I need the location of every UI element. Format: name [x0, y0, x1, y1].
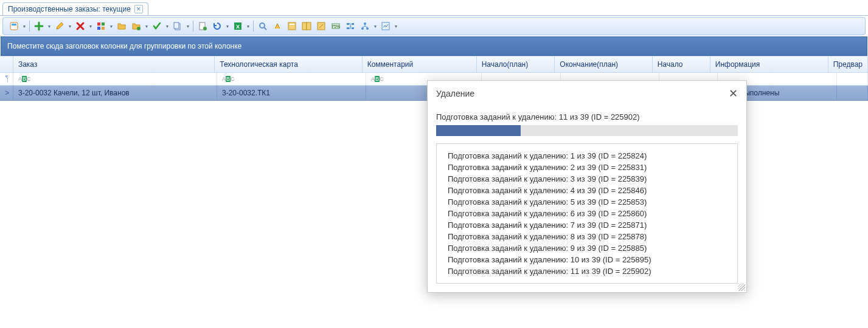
percent-button[interactable]: 75% — [329, 19, 342, 33]
cell-order: 3-20-0032 Качели, 12 шт, Иванов — [13, 86, 217, 100]
log-line: Подготовка заданий к удалению: 10 из 39 … — [448, 254, 726, 265]
delete-dialog: Удаление ✕ Подготовка заданий к удалению… — [427, 80, 747, 293]
log-line: Подготовка заданий к удалению: 3 из 39 (… — [448, 173, 726, 185]
svg-rect-14 — [288, 22, 296, 30]
filter-order[interactable]: ABC — [13, 73, 217, 85]
svg-rect-2 — [97, 22, 100, 26]
column-start[interactable]: Начало — [653, 56, 710, 72]
svg-text:X: X — [236, 24, 240, 30]
svg-rect-24 — [352, 27, 354, 29]
modules-button[interactable] — [94, 19, 108, 33]
refresh-button[interactable] — [210, 19, 224, 33]
log-line: Подготовка заданий к удалению: 2 из 39 (… — [448, 162, 726, 173]
svg-point-13 — [260, 23, 265, 28]
abc-filter-icon: ABC — [371, 76, 384, 82]
tree-button[interactable] — [344, 19, 357, 33]
row-selector-header[interactable] — [0, 56, 13, 72]
log-line: Подготовка заданий к удалению: 6 из 39 (… — [448, 208, 726, 219]
chart-button[interactable] — [379, 19, 392, 33]
add-dropdown[interactable]: ▾ — [46, 24, 52, 29]
cell-tech: 3-20-0032.ТК1 — [217, 86, 366, 100]
group-by-bar[interactable]: Поместите сюда заголовок колонки для гру… — [1, 36, 867, 56]
tab-active[interactable]: Производственные заказы: текущие × — [2, 2, 148, 15]
form2-button[interactable] — [300, 19, 313, 33]
hierarchy-button[interactable] — [358, 19, 372, 33]
svg-rect-22 — [347, 27, 349, 29]
column-prev[interactable]: Предвар — [828, 56, 868, 72]
chart-dropdown[interactable]: ▾ — [393, 24, 399, 29]
svg-rect-17 — [307, 22, 311, 30]
svg-text:75%: 75% — [332, 24, 340, 29]
copy-dropdown[interactable]: ▾ — [185, 24, 191, 29]
svg-point-27 — [366, 27, 369, 30]
copy-button[interactable] — [171, 19, 184, 33]
log-line: Подготовка заданий к удалению: 5 из 39 (… — [448, 196, 726, 208]
column-start-plan[interactable]: Начало(план) — [477, 56, 555, 72]
cell-prev — [837, 86, 868, 100]
delete-dropdown[interactable]: ▾ — [88, 24, 94, 29]
column-comment[interactable]: Комментарий — [363, 56, 477, 72]
form3-button[interactable] — [314, 19, 328, 33]
filter-tech[interactable]: ABC — [217, 73, 366, 85]
grid-header: Заказ Технологическая карта Комментарий … — [0, 56, 868, 73]
column-tech[interactable]: Технологическая карта — [215, 56, 362, 72]
column-order[interactable]: Заказ — [13, 56, 215, 72]
svg-point-6 — [137, 27, 141, 30]
log-line: Подготовка заданий к удалению: 7 из 39 (… — [448, 219, 726, 231]
folder-open-button[interactable] — [115, 19, 128, 33]
svg-rect-8 — [174, 22, 179, 29]
hierarchy-dropdown[interactable]: ▾ — [372, 24, 378, 29]
dialog-title: Удаление — [436, 89, 474, 98]
search-button[interactable] — [256, 19, 269, 33]
log-line: Подготовка заданий к удалению: 11 из 39 … — [448, 265, 726, 277]
progress-fill — [436, 125, 521, 136]
log-line: Подготовка заданий к удалению: 8 из 39 (… — [448, 231, 726, 242]
dialog-close-button[interactable]: ✕ — [729, 87, 738, 100]
edit-dropdown[interactable]: ▾ — [67, 24, 73, 29]
svg-rect-0 — [10, 22, 18, 30]
form1-button[interactable] — [285, 19, 299, 33]
svg-rect-16 — [302, 22, 307, 30]
svg-rect-5 — [102, 27, 105, 30]
folder-new-button[interactable] — [130, 19, 143, 33]
filter-prev[interactable] — [837, 73, 868, 85]
modules-dropdown[interactable]: ▾ — [108, 24, 114, 29]
funnel-icon — [5, 75, 8, 83]
refresh-dropdown[interactable]: ▾ — [224, 24, 231, 29]
progress-bar — [436, 125, 738, 136]
folder-dropdown[interactable]: ▾ — [144, 24, 150, 29]
column-end-plan[interactable]: Окончание(план) — [555, 56, 652, 72]
svg-rect-1 — [12, 24, 16, 26]
excel-button[interactable]: X — [231, 19, 245, 33]
tab-bar: Производственные заказы: текущие × — [0, 0, 868, 16]
document-new-button[interactable] — [196, 19, 209, 33]
svg-point-10 — [203, 27, 207, 30]
add-button[interactable] — [32, 19, 46, 33]
column-info[interactable]: Информация — [710, 56, 828, 72]
highlight-button[interactable] — [271, 19, 284, 33]
progress-text: Подготовка заданий к удалению: 11 из 39 … — [436, 112, 738, 121]
abc-filter-icon: ABC — [18, 76, 31, 82]
excel-dropdown[interactable]: ▾ — [245, 24, 251, 29]
log-line: Подготовка заданий к удалению: 1 из 39 (… — [448, 150, 726, 162]
edit-button[interactable] — [53, 19, 66, 33]
svg-rect-23 — [352, 23, 354, 25]
dialog-header: Удаление ✕ — [428, 81, 746, 106]
svg-point-26 — [361, 27, 364, 30]
filter-indicator[interactable] — [0, 73, 13, 85]
delete-button[interactable] — [74, 19, 87, 33]
svg-rect-4 — [97, 27, 100, 30]
log-box: Подготовка заданий к удалению: 1 из 39 (… — [436, 143, 738, 284]
notes-dropdown[interactable]: ▾ — [21, 24, 27, 29]
abc-filter-icon: ABC — [222, 76, 235, 82]
row-marker: > — [0, 86, 13, 100]
tab-title: Производственные заказы: текущие — [8, 5, 131, 13]
svg-rect-15 — [290, 24, 294, 25]
dialog-resize-handle[interactable] — [738, 284, 745, 291]
notes-button[interactable] — [7, 19, 21, 33]
check-dropdown[interactable]: ▾ — [164, 24, 170, 29]
check-button[interactable] — [150, 19, 164, 33]
tab-close-button[interactable]: × — [134, 5, 143, 13]
log-line: Подготовка заданий к удалению: 9 из 39 (… — [448, 242, 726, 254]
log-line: Подготовка заданий к удалению: 4 из 39 (… — [448, 185, 726, 196]
